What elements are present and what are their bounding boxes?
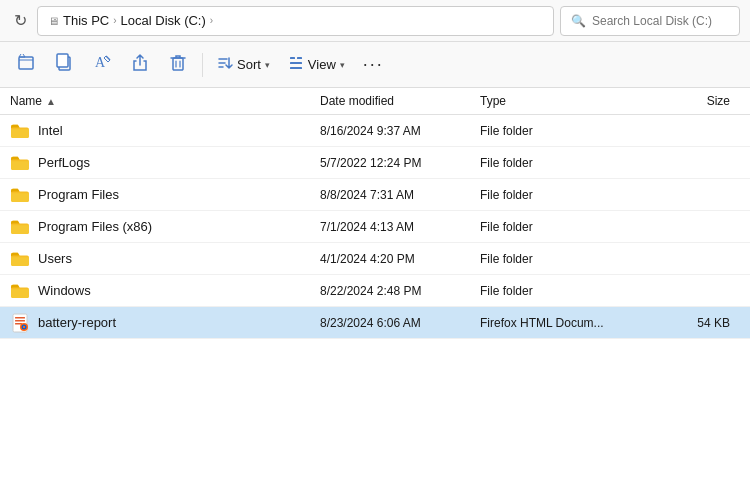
address-bar: ↻ 🖥 This PC › Local Disk (C:) › 🔍 — [0, 0, 750, 42]
file-type: File folder — [480, 124, 650, 138]
table-row[interactable]: Intel 8/16/2024 9:37 AM File folder — [0, 115, 750, 147]
svg-rect-12 — [15, 320, 25, 322]
svg-rect-9 — [297, 57, 302, 59]
file-size: 54 KB — [650, 316, 730, 330]
folder-icon — [10, 281, 30, 301]
table-row[interactable]: Users 4/1/2024 4:20 PM File folder — [0, 243, 750, 275]
view-button[interactable]: View ▾ — [280, 47, 353, 83]
view-label: View — [308, 57, 336, 72]
table-row[interactable]: Program Files (x86) 7/1/2024 4:13 AM Fil… — [0, 211, 750, 243]
svg-rect-0 — [19, 57, 33, 69]
view-icon — [288, 55, 304, 75]
search-icon: 🔍 — [571, 14, 586, 28]
file-name: battery-report — [38, 315, 320, 330]
share-button[interactable] — [122, 47, 158, 83]
rename-icon: A — [92, 52, 112, 77]
table-row[interactable]: battery-report 8/23/2024 6:06 AM Firefox… — [0, 307, 750, 339]
svg-rect-6 — [290, 57, 295, 59]
file-date: 8/8/2024 7:31 AM — [320, 188, 480, 202]
file-name: Program Files (x86) — [38, 219, 320, 234]
folder-icon — [10, 249, 30, 269]
toolbar-separator-1 — [202, 53, 203, 77]
table-row[interactable]: Program Files 8/8/2024 7:31 AM File fold… — [0, 179, 750, 211]
sort-button[interactable]: Sort ▾ — [209, 47, 278, 83]
col-header-name[interactable]: Name ▲ — [10, 94, 320, 108]
folder-icon — [10, 217, 30, 237]
sort-chevron-icon: ▾ — [265, 60, 270, 70]
file-rows: Intel 8/16/2024 9:37 AM File folder Perf… — [0, 115, 750, 339]
toolbar: A Sort — [0, 42, 750, 88]
file-date: 8/22/2024 2:48 PM — [320, 284, 480, 298]
breadcrumb-this-pc[interactable]: This PC — [63, 13, 109, 28]
file-date: 8/16/2024 9:37 AM — [320, 124, 480, 138]
file-name: PerfLogs — [38, 155, 320, 170]
table-row[interactable]: PerfLogs 5/7/2022 12:24 PM File folder — [0, 147, 750, 179]
delete-button[interactable] — [160, 47, 196, 83]
column-headers: Name ▲ Date modified Type Size — [0, 88, 750, 115]
svg-rect-2 — [57, 54, 68, 67]
new-icon — [16, 52, 36, 77]
folder-icon — [10, 185, 30, 205]
copy-icon — [54, 52, 74, 77]
svg-rect-7 — [290, 62, 302, 64]
file-type: File folder — [480, 220, 650, 234]
svg-rect-8 — [290, 67, 302, 69]
view-chevron-icon: ▾ — [340, 60, 345, 70]
file-type: File folder — [480, 188, 650, 202]
svg-rect-11 — [15, 317, 25, 319]
col-header-date[interactable]: Date modified — [320, 94, 480, 108]
refresh-button[interactable]: ↻ — [10, 9, 31, 32]
file-date: 8/23/2024 6:06 AM — [320, 316, 480, 330]
breadcrumb-sep-2: › — [210, 15, 213, 26]
svg-rect-13 — [15, 323, 22, 325]
file-name: Program Files — [38, 187, 320, 202]
breadcrumb: 🖥 This PC › Local Disk (C:) › — [37, 6, 554, 36]
file-date: 5/7/2022 12:24 PM — [320, 156, 480, 170]
more-button[interactable]: ··· — [355, 47, 392, 83]
file-type: File folder — [480, 284, 650, 298]
file-list-area: Name ▲ Date modified Type Size Intel 8/1… — [0, 88, 750, 500]
breadcrumb-sep-1: › — [113, 15, 116, 26]
sort-icon — [217, 55, 233, 75]
file-name: Intel — [38, 123, 320, 138]
file-type: File folder — [480, 156, 650, 170]
copy-button[interactable] — [46, 47, 82, 83]
svg-point-16 — [23, 325, 25, 327]
sort-arrow-name: ▲ — [46, 96, 56, 107]
folder-icon — [10, 121, 30, 141]
folder-icon — [10, 153, 30, 173]
file-date: 4/1/2024 4:20 PM — [320, 252, 480, 266]
search-input[interactable] — [592, 14, 729, 28]
search-box[interactable]: 🔍 — [560, 6, 740, 36]
delete-icon — [168, 52, 188, 77]
sort-label: Sort — [237, 57, 261, 72]
rename-button[interactable]: A — [84, 47, 120, 83]
new-button[interactable] — [8, 47, 44, 83]
file-icon — [10, 313, 30, 333]
col-header-size[interactable]: Size — [650, 94, 730, 108]
file-name: Users — [38, 251, 320, 266]
svg-rect-5 — [173, 58, 183, 70]
file-date: 7/1/2024 4:13 AM — [320, 220, 480, 234]
more-icon: ··· — [363, 54, 384, 75]
file-type: File folder — [480, 252, 650, 266]
table-row[interactable]: Windows 8/22/2024 2:48 PM File folder — [0, 275, 750, 307]
share-icon — [130, 52, 150, 77]
breadcrumb-local-disk[interactable]: Local Disk (C:) — [121, 13, 206, 28]
col-header-type[interactable]: Type — [480, 94, 650, 108]
breadcrumb-pc-icon: 🖥 — [48, 15, 59, 27]
file-name: Windows — [38, 283, 320, 298]
file-type: Firefox HTML Docum... — [480, 316, 650, 330]
